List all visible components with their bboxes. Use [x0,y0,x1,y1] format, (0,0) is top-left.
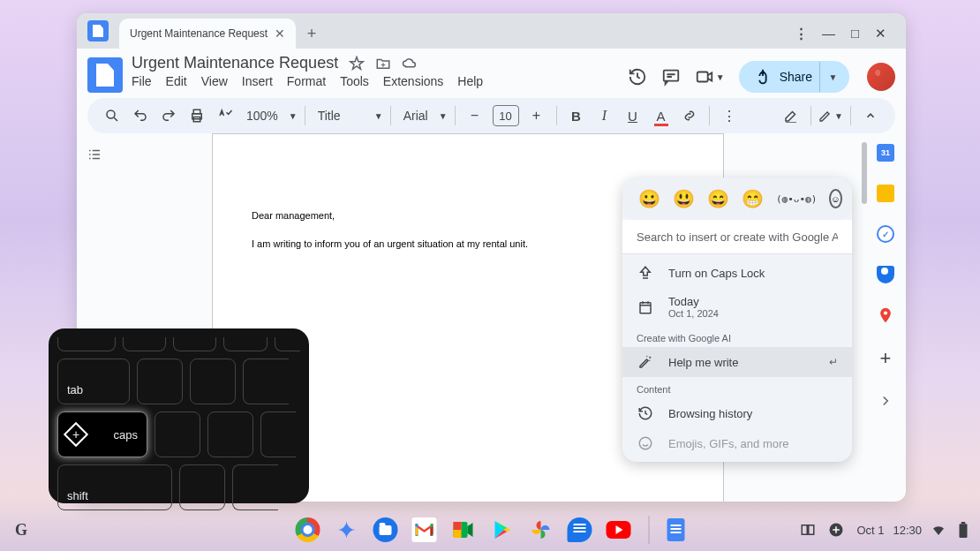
window-menu-icon[interactable]: ⋮ [795,26,806,42]
menu-insert[interactable]: Insert [242,74,273,88]
tab-title: Urgent Maintenance Request [130,27,268,40]
chrome-icon[interactable] [296,517,320,542]
key-x[interactable] [232,464,278,510]
insert-link-icon[interactable] [677,103,702,128]
editing-mode-icon[interactable] [779,103,803,128]
key-d[interactable] [260,411,296,457]
increase-font-icon[interactable]: + [524,103,549,128]
panel-collapse-icon[interactable] [878,393,893,412]
files-icon[interactable] [373,517,398,542]
zoom-selector[interactable]: 100% [241,109,283,123]
text-color-button[interactable]: A [649,103,674,128]
status-area[interactable]: Oct 1 12:30 [800,522,971,538]
key-a[interactable] [155,411,200,457]
more-formatting-icon[interactable]: ⋮ [717,103,742,128]
emoji-option[interactable]: 😀 [638,188,660,209]
redo-icon[interactable] [156,103,181,128]
scrollbar-thumb[interactable] [862,142,867,204]
today-item[interactable]: Today Oct 1, 2024 [622,288,852,326]
menu-bar: File Edit View Insert Format Tools Exten… [132,74,628,88]
menu-file[interactable]: File [132,74,152,88]
emoji-option[interactable]: 😄 [707,188,729,209]
key-q[interactable] [137,359,183,404]
comments-icon[interactable] [661,67,681,87]
decrease-font-icon[interactable]: − [463,103,487,128]
font-size-input[interactable]: 10 [493,105,519,126]
meet-icon[interactable] [451,517,476,542]
key-e[interactable] [243,359,289,404]
browsing-history-item[interactable]: Browsing history [622,398,852,428]
docs-logo-icon[interactable] [87,57,123,93]
menu-format[interactable]: Format [287,74,326,88]
browser-tab[interactable]: Urgent Maintenance Request ✕ [119,19,296,49]
menu-view[interactable]: View [201,74,228,88]
menu-extensions[interactable]: Extensions [383,74,443,88]
share-dropdown-icon[interactable]: ▼ [819,62,844,92]
key-partial [223,337,267,351]
emoji-option[interactable]: 😁 [742,188,764,209]
emojis-gifs-item[interactable]: Emojis, GIFs, and more [622,428,852,458]
launcher-button[interactable]: G [9,517,34,542]
add-panel-icon[interactable]: + [880,347,892,370]
tab-close-icon[interactable]: ✕ [275,26,285,41]
menu-help[interactable]: Help [457,74,483,88]
star-icon[interactable] [349,56,365,72]
docs-app-icon[interactable] [667,518,685,541]
font-selector[interactable]: Arial [398,109,433,123]
spellcheck-icon[interactable] [213,103,237,128]
close-window-icon[interactable]: ✕ [875,26,886,42]
undo-icon[interactable] [128,103,153,128]
add-reaction-icon[interactable]: ☺ [829,189,841,208]
tasks-icon[interactable] [877,225,894,243]
print-icon[interactable] [185,103,209,128]
photos-icon[interactable] [529,517,554,542]
italic-button[interactable]: I [592,103,617,128]
key-z[interactable] [179,464,225,510]
quick-settings-plus-icon[interactable] [828,522,844,538]
history-icon[interactable] [628,67,647,87]
key-w[interactable] [190,359,236,404]
outline-icon[interactable] [87,147,102,162]
shelf-date: Oct 1 [856,524,884,537]
move-folder-icon[interactable] [375,56,391,72]
key-tab[interactable]: tab [57,359,130,404]
help-me-write-item[interactable]: Help me write ↵ [622,347,852,377]
svg-rect-13 [809,525,814,535]
play-store-icon[interactable] [490,517,515,542]
style-selector[interactable]: Title [313,109,369,123]
popup-search-input[interactable] [637,230,838,244]
overview-icon[interactable] [800,522,816,538]
pen-tool-icon[interactable]: ▼ [818,103,843,128]
document-title[interactable]: Urgent Maintenance Request [132,54,338,72]
key-caps-lock[interactable]: caps [57,411,147,457]
minimize-icon[interactable]: — [822,26,835,42]
menu-edit[interactable]: Edit [166,74,187,88]
menu-tools[interactable]: Tools [340,74,369,88]
key-s[interactable] [207,411,253,457]
caps-lock-item[interactable]: Turn on Caps Lock [622,258,852,288]
keep-icon[interactable] [877,185,894,202]
chromeos-shelf: G Oct 1 12:30 [0,509,980,551]
new-tab-button[interactable]: + [299,21,324,46]
contacts-icon[interactable] [877,266,894,283]
meet-dropdown[interactable]: ▼ [695,67,725,87]
gmail-icon[interactable] [412,517,437,542]
youtube-icon[interactable] [607,521,631,539]
shelf-separator [649,516,650,544]
share-button[interactable]: Share ▼ [739,61,849,93]
emoji-option[interactable]: 😃 [673,188,695,209]
maps-icon[interactable] [877,306,894,324]
maximize-icon[interactable]: □ [851,26,859,42]
search-icon[interactable] [100,103,124,128]
collapse-toolbar-icon[interactable] [858,103,883,128]
bold-button[interactable]: B [564,103,589,128]
key-shift[interactable]: shift [57,464,172,510]
svg-rect-7 [640,302,651,313]
calendar-icon[interactable] [877,144,894,162]
underline-button[interactable]: U [621,103,645,128]
cloud-status-icon[interactable] [402,56,418,72]
user-avatar[interactable] [867,63,895,91]
kaomoji-option[interactable]: (◍•ᴗ•◍) [776,193,817,205]
messages-icon[interactable] [568,517,592,542]
gemini-icon[interactable] [335,517,359,542]
